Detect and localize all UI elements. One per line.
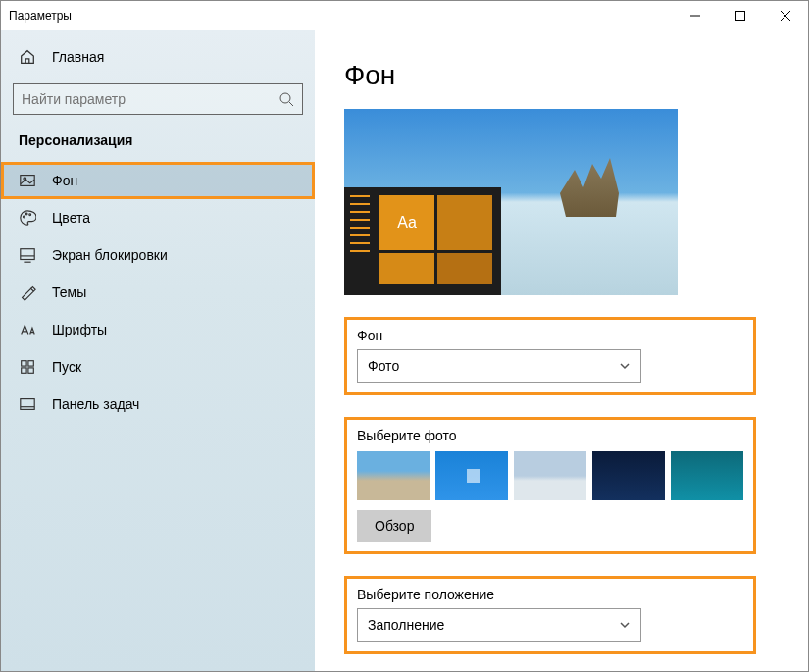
svg-line-5	[289, 102, 293, 106]
photo-thumb[interactable]	[357, 451, 430, 500]
background-label: Фон	[357, 328, 743, 343]
sidebar-item-taskbar[interactable]: Панель задач	[1, 386, 315, 423]
svg-point-10	[29, 214, 31, 216]
themes-icon	[19, 284, 36, 301]
photo-thumb[interactable]	[671, 451, 743, 500]
fonts-icon	[19, 321, 36, 338]
titlebar: Параметры	[1, 1, 808, 30]
sidebar-item-label: Цвета	[52, 210, 90, 226]
window-title: Параметры	[9, 9, 72, 23]
sidebar-item-label: Шрифты	[52, 322, 107, 337]
svg-rect-1	[736, 12, 745, 21]
sidebar-item-fonts[interactable]: Шрифты	[1, 311, 315, 348]
svg-rect-18	[21, 399, 34, 410]
chevron-down-icon	[619, 619, 631, 631]
home-icon	[19, 48, 36, 66]
sidebar-item-themes[interactable]: Темы	[1, 274, 315, 311]
svg-rect-17	[28, 368, 33, 373]
search-icon	[278, 91, 294, 107]
sidebar-item-label: Панель задач	[52, 396, 139, 412]
taskbar-icon	[19, 395, 36, 413]
sidebar-item-label: Фон	[52, 173, 77, 188]
background-group: Фон Фото	[344, 317, 756, 395]
svg-rect-16	[22, 368, 26, 373]
page-title: Фон	[344, 60, 788, 91]
browse-button[interactable]: Обзор	[357, 510, 431, 542]
photo-thumbnails	[357, 451, 743, 500]
desktop-preview: Aa	[344, 109, 678, 295]
svg-rect-11	[21, 249, 34, 260]
sidebar-item-colors[interactable]: Цвета	[1, 199, 315, 236]
fit-label: Выберите положение	[357, 587, 743, 602]
svg-rect-15	[28, 361, 33, 366]
fit-dropdown[interactable]: Заполнение	[357, 608, 641, 642]
maximize-button[interactable]	[718, 1, 763, 30]
preview-tile-aa: Aa	[379, 195, 434, 250]
picture-icon	[19, 172, 36, 189]
photo-thumb[interactable]	[592, 451, 665, 500]
photo-thumb[interactable]	[514, 451, 586, 500]
choose-photo-group: Выберите фото Обзор	[344, 417, 756, 554]
home-link[interactable]: Главная	[1, 42, 315, 79]
sidebar: Главная Персонализация Фон Цвета Экран б…	[1, 30, 315, 671]
chevron-down-icon	[619, 360, 631, 372]
sidebar-item-lockscreen[interactable]: Экран блокировки	[1, 236, 315, 274]
home-label: Главная	[52, 49, 104, 65]
svg-point-9	[25, 213, 27, 215]
palette-icon	[19, 209, 36, 227]
choose-photo-label: Выберите фото	[357, 428, 743, 443]
svg-rect-14	[22, 361, 26, 366]
sidebar-item-start[interactable]: Пуск	[1, 348, 315, 386]
background-dropdown[interactable]: Фото	[357, 349, 641, 383]
fit-group: Выберите положение Заполнение	[344, 576, 756, 654]
svg-point-8	[24, 216, 25, 218]
sidebar-item-label: Темы	[52, 284, 86, 300]
svg-point-4	[280, 93, 290, 103]
close-button[interactable]	[763, 1, 808, 30]
sidebar-item-label: Пуск	[52, 359, 81, 375]
photo-thumb[interactable]	[435, 451, 508, 500]
window-buttons	[673, 1, 808, 30]
lockscreen-icon	[19, 246, 36, 264]
background-value: Фото	[368, 358, 399, 374]
minimize-button[interactable]	[673, 1, 718, 30]
start-icon	[19, 358, 36, 376]
search-field[interactable]	[22, 91, 278, 107]
main-content: Фон Aa Фон Фото Выберите фото	[315, 30, 808, 671]
fit-value: Заполнение	[368, 617, 444, 633]
category-title: Персонализация	[1, 132, 315, 162]
search-input[interactable]	[13, 83, 303, 115]
sidebar-item-label: Экран блокировки	[52, 247, 168, 263]
sidebar-item-background[interactable]: Фон	[1, 162, 315, 199]
